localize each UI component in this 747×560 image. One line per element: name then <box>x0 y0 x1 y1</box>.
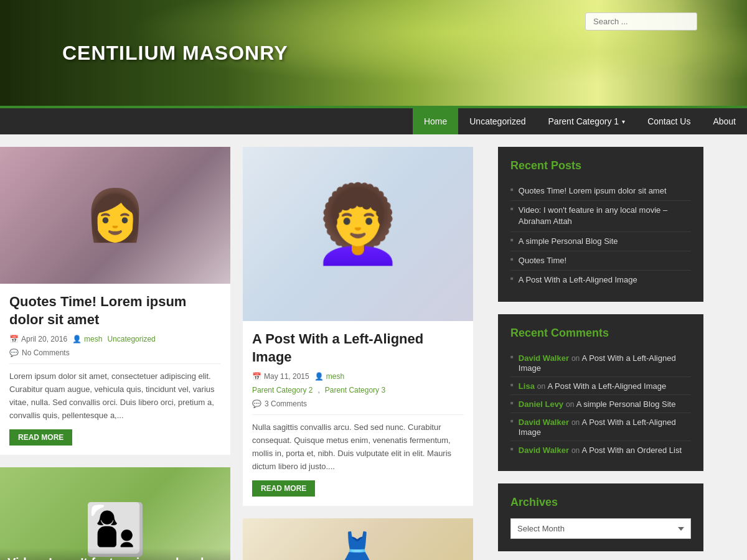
bullet-icon: ■ <box>510 446 514 452</box>
comment-content-2: Lisa on A Post With a Left-Aligned Image <box>519 381 666 391</box>
post-comments-2: 3 Comments <box>252 399 464 415</box>
comment-icon-2 <box>252 399 261 408</box>
comment-author-3[interactable]: Daniel Levy <box>519 399 563 409</box>
nav-uncategorized[interactable]: Uncategorized <box>458 108 537 134</box>
post-thumbnail-4 <box>243 518 473 560</box>
post-date-1: April 20, 2016 <box>9 335 67 343</box>
comment-item-2: ■ Lisa on A Post With a Left-Aligned Ima… <box>510 377 691 395</box>
recent-post-link-3[interactable]: A simple Personal Blog Site <box>519 236 618 247</box>
recent-comments-widget: Recent Comments ■ David Walker on A Post… <box>498 314 703 471</box>
post-image-4 <box>243 518 473 560</box>
nav-about[interactable]: About <box>702 108 747 134</box>
calendar-icon <box>9 335 19 343</box>
list-item: ■ Quotes Time! <box>510 251 691 271</box>
post-category-1[interactable]: Uncategorized <box>107 335 155 343</box>
comment-on-2: on <box>537 382 548 391</box>
comment-author-1[interactable]: David Walker <box>519 353 569 363</box>
post-author-1: mesh <box>72 335 102 343</box>
comment-icon-1 <box>9 348 19 357</box>
post-image-3: Video: I won't feature in any local movi… <box>0 467 230 560</box>
post-categories-2: Parent Category 2, Parent Category 3 <box>252 386 464 394</box>
post-image-2 <box>243 147 473 321</box>
post-cat-2b[interactable]: Parent Category 3 <box>325 386 385 394</box>
user-icon <box>72 335 82 343</box>
post-meta-1: April 20, 2016 mesh Uncategorized <box>9 335 221 343</box>
post-card-1: Quotes Time! Lorem ipsum dolor sit amet … <box>0 147 230 455</box>
recent-post-link-4[interactable]: Quotes Time! <box>519 255 566 266</box>
recent-posts-list: ■ Quotes Time! Lorem ipsum dolor sit ame… <box>510 182 691 289</box>
post-card-2: A Post With a Left-Aligned Image May 11,… <box>243 147 473 506</box>
post-body-2: A Post With a Left-Aligned Image May 11,… <box>243 321 473 506</box>
read-more-button-1[interactable]: READ MORE <box>9 429 72 446</box>
comment-author-5[interactable]: David Walker <box>519 446 569 455</box>
recent-post-link-2[interactable]: Video: I won't feature in any local movi… <box>519 205 691 227</box>
search-box[interactable] <box>585 12 697 30</box>
bullet-icon: ■ <box>510 237 514 243</box>
bullet-icon: ■ <box>510 206 514 212</box>
nav-home[interactable]: Home <box>413 108 458 134</box>
nav-parent-category[interactable]: Parent Category 1 ▾ <box>537 108 637 134</box>
list-item: ■ Quotes Time! Lorem ipsum dolor sit ame… <box>510 182 691 201</box>
chevron-down-icon: ▾ <box>622 118 625 125</box>
calendar-icon-2 <box>252 372 261 381</box>
post-body-1: Quotes Time! Lorem ipsum dolor sit amet … <box>0 284 230 455</box>
post-card-4 <box>243 518 473 560</box>
post-title-1[interactable]: Quotes Time! Lorem ipsum dolor sit amet <box>9 293 221 329</box>
bullet-icon: ■ <box>510 187 514 192</box>
list-item: ■ Video: I won't feature in any local mo… <box>510 201 691 231</box>
bullet-icon: ■ <box>510 382 514 388</box>
comment-content-4: David Walker on A Post With a Left-Align… <box>519 417 691 437</box>
comment-on-5: on <box>571 446 582 455</box>
recent-posts-widget: Recent Posts ■ Quotes Time! Lorem ipsum … <box>498 147 703 302</box>
comment-item-4: ■ David Walker on A Post With a Left-Ali… <box>510 413 691 441</box>
site-header: CENTILIUM MASONRY <box>0 0 747 106</box>
comment-content-3: Daniel Levy on A simple Personal Blog Si… <box>519 399 676 409</box>
comment-post-2[interactable]: A Post With a Left-Aligned Image <box>547 381 666 391</box>
post-image-1 <box>0 147 230 284</box>
content-area: Quotes Time! Lorem ipsum dolor sit amet … <box>0 134 747 560</box>
comment-author-4[interactable]: David Walker <box>519 418 569 427</box>
post-thumbnail-1 <box>0 147 230 284</box>
post-excerpt-1: Lorem ipsum dolor sit amet, consectetuer… <box>9 370 221 422</box>
post-thumbnail-3 <box>0 467 230 560</box>
comment-post-3[interactable]: A simple Personal Blog Site <box>576 399 676 409</box>
user-icon-2 <box>314 372 324 381</box>
recent-post-link-1[interactable]: Quotes Time! Lorem ipsum dolor sit amet <box>519 185 667 197</box>
read-more-button-2[interactable]: READ MORE <box>252 480 315 497</box>
bullet-icon: ■ <box>510 276 514 281</box>
comment-post-5[interactable]: A Post With an Ordered List <box>582 446 682 455</box>
comment-on-3: on <box>566 400 576 409</box>
nav-contact-us[interactable]: Contact Us <box>636 108 702 134</box>
comment-item-5: ■ David Walker on A Post With an Ordered… <box>510 441 691 459</box>
comment-on-1: on <box>571 354 582 363</box>
post-title-overlay-3[interactable]: Video: I won't feature in any local movi… <box>0 548 230 560</box>
bullet-icon: ■ <box>510 256 514 262</box>
column-left: Quotes Time! Lorem ipsum dolor sit amet … <box>0 147 230 560</box>
post-card-3: Video: I won't feature in any local movi… <box>0 467 230 560</box>
comment-content-5: David Walker on A Post With an Ordered L… <box>519 445 682 455</box>
list-item: ■ A simple Personal Blog Site <box>510 232 691 251</box>
bullet-icon: ■ <box>510 354 514 360</box>
post-title-2[interactable]: A Post With a Left-Aligned Image <box>252 330 464 366</box>
post-meta-2: May 11, 2015 mesh <box>252 372 464 381</box>
post-cat-2a[interactable]: Parent Category 2 <box>252 386 312 394</box>
post-author-2: mesh <box>314 372 344 381</box>
sidebar: Recent Posts ■ Quotes Time! Lorem ipsum … <box>498 147 703 560</box>
list-item: ■ A Post With a Left-Aligned Image <box>510 271 691 289</box>
bullet-icon: ■ <box>510 418 514 424</box>
recent-comments-title: Recent Comments <box>510 327 691 340</box>
bullet-icon: ■ <box>510 400 514 406</box>
comment-content-1: David Walker on A Post With a Left-Align… <box>519 353 691 373</box>
main-content: Quotes Time! Lorem ipsum dolor sit amet … <box>0 147 486 560</box>
recent-post-link-5[interactable]: A Post With a Left-Aligned Image <box>519 274 637 286</box>
post-date-2: May 11, 2015 <box>252 372 309 381</box>
archives-title: Archives <box>510 496 691 509</box>
archives-select[interactable]: Select Month <box>510 518 691 539</box>
search-input[interactable] <box>585 12 697 30</box>
site-title: CENTILIUM MASONRY <box>62 42 288 65</box>
comment-on-4: on <box>571 418 582 427</box>
column-right: A Post With a Left-Aligned Image May 11,… <box>243 147 473 560</box>
comment-author-2[interactable]: Lisa <box>519 381 535 391</box>
main-navigation: Home Uncategorized Parent Category 1 ▾ C… <box>0 108 747 134</box>
recent-posts-title: Recent Posts <box>510 159 691 172</box>
